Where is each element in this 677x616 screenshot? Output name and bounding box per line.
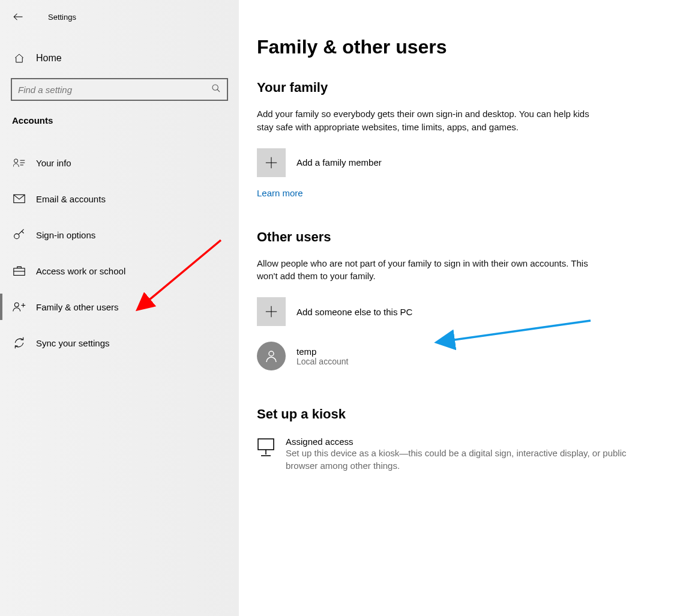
kiosk-item-desc: Set up this device as a kiosk—this could… [286,447,641,472]
nav-home[interactable]: Home [0,46,239,71]
plus-tile [257,297,286,326]
search-input-wrap[interactable] [11,78,228,101]
add-other-user[interactable]: Add someone else to this PC [257,297,659,326]
kiosk-item-title: Assigned access [286,436,641,447]
kiosk-section-title: Set up a kiosk [257,406,659,422]
nav-item-label: Sign-in options [36,230,95,240]
person-icon [264,349,278,363]
other-users-section-title: Other users [257,229,659,245]
search-icon [211,83,221,95]
sync-icon [12,337,26,349]
sidebar-nav: Your info Email & accounts Sign-in optio… [0,131,239,361]
back-button[interactable] [6,5,30,29]
learn-more-link[interactable]: Learn more [257,188,303,198]
back-arrow-icon [13,11,23,22]
nav-item-sign-in-options[interactable]: Sign-in options [0,217,239,253]
nav-item-sync-settings[interactable]: Sync your settings [0,325,239,361]
user-account-type: Local account [296,357,348,366]
user-text: temp Local account [296,346,348,366]
nav-item-label: Email & accounts [36,194,106,204]
svg-point-8 [14,234,19,238]
user-avatar [257,342,286,370]
svg-rect-11 [14,268,25,276]
nav-item-label: Your info [36,158,71,168]
key-icon [12,229,26,241]
add-other-user-label: Add someone else to this PC [296,307,412,317]
plus-icon [265,305,278,318]
settings-content: Family & other users Your family Add you… [239,0,677,616]
nav-item-label: Sync your settings [36,338,110,348]
search-input[interactable] [18,85,211,95]
other-users-section-desc: Allow people who are not part of your fa… [257,257,593,283]
svg-point-1 [212,85,218,90]
briefcase-icon [12,265,26,276]
home-icon [12,53,26,64]
nav-item-family-other-users[interactable]: Family & other users [0,289,239,325]
svg-rect-22 [258,439,274,450]
svg-point-3 [14,159,18,163]
page-heading: Family & other users [257,36,659,58]
family-section-title: Your family [257,80,659,95]
nav-item-access-work-school[interactable]: Access work or school [0,253,239,289]
svg-line-2 [217,89,220,92]
plus-icon [265,156,278,169]
nav-item-label: Access work or school [36,266,125,276]
svg-point-21 [269,351,274,356]
nav-item-label: Family & other users [36,302,119,312]
your-info-icon [12,157,26,168]
nav-home-label: Home [36,53,62,64]
family-section-desc: Add your family so everybody gets their … [257,107,593,134]
settings-sidebar: Settings Home Accounts [0,0,239,616]
mail-icon [12,194,26,204]
user-row[interactable]: temp Local account [257,342,659,370]
people-icon [12,301,26,312]
svg-line-9 [19,229,23,234]
svg-point-13 [14,303,19,307]
plus-tile [257,148,286,177]
window-title: Settings [48,13,76,22]
nav-item-email-accounts[interactable]: Email & accounts [0,181,239,217]
titlebar: Settings [0,5,239,29]
monitor-icon [257,436,275,457]
add-family-member-label: Add a family member [296,157,382,168]
nav-item-your-info[interactable]: Your info [0,145,239,181]
assigned-access-item[interactable]: Assigned access Set up this device as a … [257,436,641,472]
user-name: temp [296,346,348,357]
add-family-member[interactable]: Add a family member [257,148,659,177]
sidebar-section-title: Accounts [0,101,239,131]
svg-line-10 [22,231,23,233]
